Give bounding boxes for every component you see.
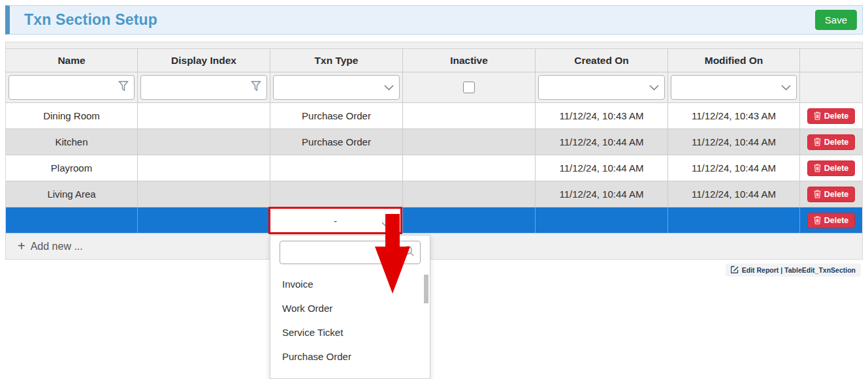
cell-name[interactable]: Playroom	[6, 155, 138, 181]
delete-button[interactable]: Delete	[807, 134, 856, 150]
dropdown-option-invoice[interactable]: Invoice	[270, 272, 430, 296]
cell-display-index[interactable]	[138, 155, 270, 181]
column-header-created-on[interactable]: Created On	[536, 49, 668, 72]
grid-filter-row	[6, 72, 862, 103]
add-new-row[interactable]: + Add new ...	[6, 234, 862, 259]
cell-display-index[interactable]	[138, 181, 270, 207]
txn-type-editor-value: -	[334, 215, 337, 226]
edit-icon	[731, 264, 739, 276]
dropdown-option-service-ticket[interactable]: Service Ticket	[270, 320, 430, 344]
cell-display-index[interactable]	[138, 207, 270, 233]
txn-type-filter-select[interactable]	[273, 75, 400, 100]
trash-icon	[814, 164, 821, 172]
dropdown-search-wrap	[280, 241, 421, 264]
plus-icon: +	[18, 239, 25, 254]
grid-top-strip	[6, 42, 862, 49]
chevron-down-icon[interactable]	[381, 218, 390, 230]
delete-button[interactable]: Delete	[807, 213, 856, 228]
filter-cell-display-index	[138, 72, 270, 102]
cell-modified-on	[668, 207, 800, 233]
cell-actions: Delete	[800, 103, 862, 129]
column-header-name[interactable]: Name	[6, 49, 138, 72]
edit-report-link[interactable]: Edit Report | TableEdit_TxnSection	[726, 264, 861, 277]
cell-display-index[interactable]	[138, 103, 270, 129]
table-row-selected-new: Delete	[6, 207, 862, 234]
cell-created-on: 11/12/24, 10:44 AM	[536, 129, 668, 155]
table-row: Kitchen Purchase Order 11/12/24, 10:44 A…	[6, 129, 862, 155]
filter-cell-created-on	[536, 72, 668, 102]
cell-actions: Delete	[800, 207, 862, 233]
trash-icon	[814, 216, 821, 224]
cell-created-on: 11/12/24, 10:44 AM	[536, 155, 668, 181]
cell-inactive[interactable]	[403, 103, 536, 129]
cell-created-on: 11/12/24, 10:43 AM	[536, 103, 668, 129]
inactive-filter-checkbox[interactable]	[463, 82, 475, 93]
save-button[interactable]: Save	[815, 10, 857, 30]
cell-name[interactable]: Living Area	[6, 181, 138, 207]
grid-header-row: Name Display Index Txn Type Inactive Cre…	[6, 49, 862, 72]
dropdown-scrollbar-thumb[interactable]	[424, 275, 428, 303]
cell-txn-type[interactable]: Purchase Order	[270, 103, 403, 129]
trash-icon	[814, 190, 821, 198]
txn-type-editor-cell[interactable]: -	[268, 207, 402, 234]
cell-txn-type[interactable]: Purchase Order	[270, 129, 403, 155]
delete-button[interactable]: Delete	[807, 187, 856, 202]
column-header-modified-on[interactable]: Modified On	[668, 49, 800, 72]
delete-button[interactable]: Delete	[807, 160, 856, 176]
table-row: Playroom 11/12/24, 10:44 AM 11/12/24, 10…	[6, 155, 862, 181]
modified-on-filter-select[interactable]	[671, 75, 797, 100]
txn-type-dropdown: Invoice Work Order Service Ticket Purcha…	[270, 235, 430, 379]
filter-cell-name	[6, 72, 138, 102]
cell-txn-type[interactable]	[270, 155, 403, 181]
txn-section-setup-page: Txn Section Setup Save Name Display Inde…	[0, 0, 868, 379]
cell-name[interactable]: Kitchen	[6, 129, 138, 155]
table-row: Living Area 11/12/24, 10:44 AM 11/12/24,…	[6, 181, 862, 207]
cell-modified-on: 11/12/24, 10:44 AM	[668, 129, 800, 155]
cell-actions: Delete	[800, 155, 862, 181]
table-row: Dining Room Purchase Order 11/12/24, 10:…	[6, 103, 862, 129]
name-filter-input[interactable]	[8, 75, 135, 100]
cell-modified-on: 11/12/24, 10:44 AM	[668, 181, 800, 207]
cell-txn-type[interactable]	[270, 181, 403, 207]
cell-inactive[interactable]	[403, 207, 536, 233]
cell-created-on: 11/12/24, 10:44 AM	[536, 181, 668, 207]
delete-button[interactable]: Delete	[807, 108, 856, 124]
dropdown-search-input[interactable]	[280, 241, 421, 264]
page-title: Txn Section Setup	[24, 11, 157, 29]
display-index-filter-input[interactable]	[140, 75, 267, 100]
cell-actions: Delete	[800, 181, 862, 207]
created-on-filter-select[interactable]	[538, 75, 665, 100]
cell-display-index[interactable]	[138, 129, 270, 155]
column-header-display-index[interactable]: Display Index	[138, 49, 270, 72]
cell-inactive[interactable]	[403, 155, 536, 181]
filter-cell-actions	[800, 72, 862, 102]
column-header-txn-type[interactable]: Txn Type	[270, 49, 403, 72]
filter-cell-inactive	[403, 72, 536, 102]
add-new-label: Add new ...	[31, 241, 83, 252]
dropdown-option-list: Invoice Work Order Service Ticket Purcha…	[270, 272, 430, 369]
cell-inactive[interactable]	[403, 129, 536, 155]
column-header-actions	[800, 49, 862, 72]
cell-inactive[interactable]	[403, 181, 536, 207]
txn-section-grid: Name Display Index Txn Type Inactive Cre…	[5, 42, 863, 260]
filter-cell-modified-on	[668, 72, 800, 102]
dropdown-option-work-order[interactable]: Work Order	[270, 296, 430, 320]
trash-icon	[814, 138, 821, 146]
trash-icon	[814, 112, 821, 120]
dropdown-option-purchase-order[interactable]: Purchase Order	[270, 344, 430, 369]
edit-report-label: Edit Report | TableEdit_TxnSection	[742, 266, 856, 274]
column-header-inactive[interactable]: Inactive	[403, 49, 536, 72]
filter-cell-txn-type	[270, 72, 403, 102]
cell-name[interactable]: Dining Room	[6, 103, 138, 129]
cell-actions: Delete	[800, 129, 862, 155]
cell-modified-on: 11/12/24, 10:44 AM	[668, 155, 800, 181]
cell-modified-on: 11/12/24, 10:43 AM	[668, 103, 800, 129]
cell-created-on	[536, 207, 668, 233]
title-bar: Txn Section Setup Save	[5, 5, 863, 35]
cell-name[interactable]	[6, 207, 138, 233]
